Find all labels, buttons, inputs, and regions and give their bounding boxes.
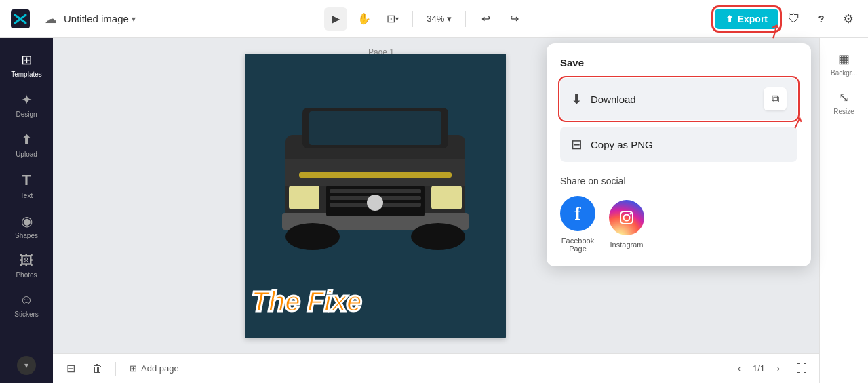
canvas-text: The Fixe bbox=[245, 285, 506, 318]
bottom-bar: ⊟ 🗑 ⊞ Add page ‹ 1/1 › ⛶ bbox=[53, 353, 819, 383]
design-icon: ✦ bbox=[21, 92, 33, 108]
select-tool-button[interactable]: ▶ bbox=[324, 7, 347, 31]
cloud-icon: ☁ bbox=[45, 12, 57, 26]
add-page-icon: ⊞ bbox=[130, 363, 137, 374]
design-label: Design bbox=[16, 110, 37, 118]
layers-button[interactable]: ⊟ bbox=[61, 359, 80, 378]
topbar-left: ☁ Untitled image ▾ bbox=[8, 7, 136, 31]
sidebar-collapse-button[interactable]: ▾ bbox=[17, 356, 36, 375]
sidebar-item-upload[interactable]: ⬆ Upload bbox=[3, 126, 50, 163]
photos-icon: 🖼 bbox=[20, 253, 33, 268]
svg-point-16 bbox=[285, 223, 340, 250]
right-item-background[interactable]: ▦ Backgr... bbox=[823, 46, 866, 82]
sidebar-item-design[interactable]: ✦ Design bbox=[3, 86, 50, 123]
next-page-button[interactable]: › bbox=[770, 361, 787, 377]
svg-point-15 bbox=[367, 195, 383, 211]
zoom-button[interactable]: 34% ▾ bbox=[421, 11, 457, 26]
svg-rect-13 bbox=[289, 186, 319, 209]
sidebar-item-photos[interactable]: 🖼 Photos bbox=[3, 247, 50, 284]
topbar: ☁ Untitled image ▾ ▶ ✋ ⊡ ▾ 34% ▾ ↩ ↪ ⬆ E… bbox=[0, 0, 868, 38]
sidebar-item-text[interactable]: T Text bbox=[3, 166, 50, 205]
undo-button[interactable]: ↩ bbox=[474, 7, 497, 31]
divider2 bbox=[465, 11, 466, 27]
upload-icon: ⬆ bbox=[21, 132, 33, 148]
download-label: Download bbox=[591, 94, 755, 105]
svg-point-17 bbox=[411, 223, 465, 250]
download-settings-button[interactable]: ⧉ bbox=[764, 87, 787, 110]
sidebar-item-shapes[interactable]: ◉ Shapes bbox=[3, 207, 50, 245]
prev-page-button[interactable]: ‹ bbox=[731, 361, 747, 377]
instagram-option[interactable]: Instagram bbox=[609, 200, 644, 249]
sidebar-item-stickers[interactable]: ☺ Stickers bbox=[3, 287, 50, 323]
hand-tool-button[interactable]: ✋ bbox=[353, 7, 376, 31]
copy-label: Copy as PNG bbox=[591, 139, 653, 150]
facebook-label: FacebookPage bbox=[561, 237, 594, 253]
page-info: 1/1 bbox=[753, 363, 765, 374]
svg-rect-6 bbox=[309, 111, 441, 145]
upload-label: Upload bbox=[16, 150, 37, 158]
left-sidebar: ⊞ Templates ✦ Design ⬆ Upload T Text ◉ S… bbox=[0, 38, 53, 383]
expand-button[interactable]: ⛶ bbox=[792, 359, 811, 378]
canvas-page[interactable]: The Fixe bbox=[245, 54, 506, 338]
shield-button[interactable]: 🛡 bbox=[783, 7, 806, 31]
stickers-icon: ☺ bbox=[20, 292, 33, 308]
logo-icon[interactable] bbox=[8, 7, 33, 31]
export-icon: ⬆ bbox=[726, 14, 734, 24]
help-button[interactable]: ? bbox=[810, 7, 833, 31]
background-label: Backgr... bbox=[831, 69, 857, 77]
dropdown-save-title: Save bbox=[560, 57, 797, 68]
text-label: Text bbox=[20, 192, 33, 199]
export-dropdown: Save ⬇ Download ⧉ ⊟ Copy as PNG Share on… bbox=[547, 43, 811, 266]
doc-title-text: Untitled image bbox=[64, 13, 129, 24]
add-page-button[interactable]: ⊞ Add page bbox=[124, 361, 184, 376]
facebook-option[interactable]: f FacebookPage bbox=[560, 196, 595, 253]
frame-tool-button[interactable]: ⊡ ▾ bbox=[381, 7, 404, 31]
redo-button[interactable]: ↪ bbox=[502, 7, 526, 31]
stickers-label: Stickers bbox=[14, 310, 39, 318]
right-item-resize[interactable]: ⤡ Resize bbox=[823, 85, 866, 121]
photos-label: Photos bbox=[16, 271, 37, 279]
share-title: Share on social bbox=[560, 176, 797, 186]
svg-rect-18 bbox=[299, 172, 452, 178]
collapse-icon: ▾ bbox=[24, 361, 28, 370]
copy-icon: ⊟ bbox=[571, 136, 583, 153]
page-navigation: ‹ 1/1 › bbox=[731, 361, 787, 377]
svg-point-20 bbox=[624, 215, 630, 221]
resize-icon: ⤡ bbox=[839, 90, 849, 105]
sidebar-item-templates[interactable]: ⊞ Templates bbox=[3, 46, 50, 83]
zoom-chevron-icon: ▾ bbox=[447, 14, 452, 24]
bottom-right: ‹ 1/1 › ⛶ bbox=[731, 359, 811, 378]
instagram-circle-icon bbox=[609, 200, 644, 235]
background-icon: ▦ bbox=[838, 52, 850, 66]
topbar-right: ⬆ Export 🛡 ? ⚙ bbox=[715, 7, 860, 31]
zoom-level: 34% bbox=[427, 14, 444, 24]
svg-rect-14 bbox=[431, 186, 462, 209]
facebook-circle-icon: f bbox=[560, 196, 595, 231]
social-icons-container: f FacebookPage Instagram bbox=[560, 196, 797, 253]
export-label: Export bbox=[738, 14, 768, 24]
bottom-divider bbox=[115, 362, 116, 376]
download-option[interactable]: ⬇ Download ⧉ bbox=[560, 78, 797, 120]
divider bbox=[412, 11, 413, 27]
templates-label: Templates bbox=[11, 70, 42, 78]
shapes-icon: ◉ bbox=[21, 213, 33, 229]
svg-rect-10 bbox=[330, 189, 421, 193]
topbar-center: ▶ ✋ ⊡ ▾ 34% ▾ ↩ ↪ bbox=[136, 7, 715, 31]
right-sidebar: ▦ Backgr... ⤡ Resize bbox=[819, 38, 868, 383]
text-icon: T bbox=[22, 172, 31, 189]
templates-icon: ⊞ bbox=[21, 52, 33, 68]
doc-title[interactable]: Untitled image ▾ bbox=[64, 13, 136, 24]
svg-point-21 bbox=[630, 213, 632, 215]
copy-png-option[interactable]: ⊟ Copy as PNG bbox=[560, 127, 797, 162]
shapes-label: Shapes bbox=[15, 232, 38, 239]
settings-sliders-icon: ⧉ bbox=[772, 93, 779, 105]
settings-button[interactable]: ⚙ bbox=[837, 7, 860, 31]
add-page-label: Add page bbox=[141, 363, 179, 374]
delete-button[interactable]: 🗑 bbox=[88, 359, 107, 378]
download-icon: ⬇ bbox=[571, 91, 583, 107]
instagram-label: Instagram bbox=[610, 241, 644, 249]
resize-label: Resize bbox=[833, 108, 854, 115]
